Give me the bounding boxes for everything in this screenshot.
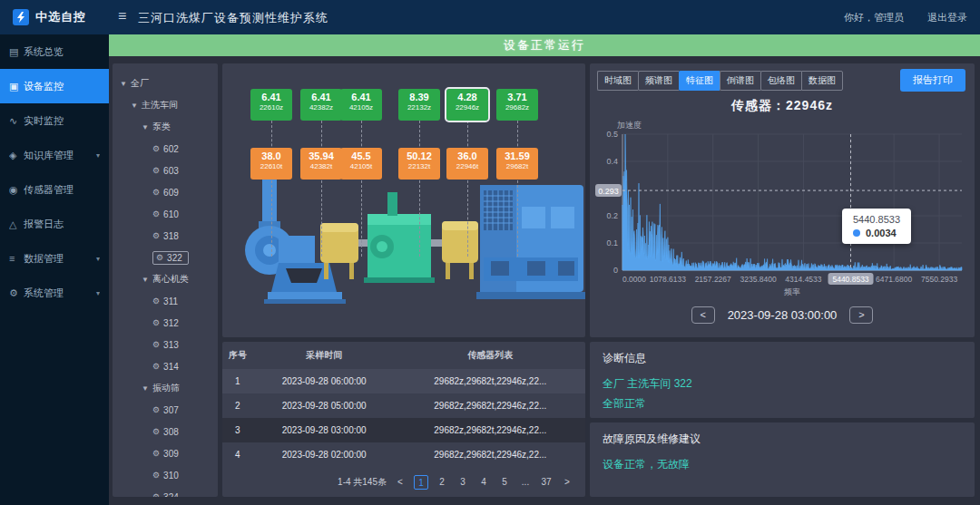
svg-text:0.4: 0.4 [606,157,618,166]
tree-leaf-313[interactable]: ⚙313 [116,334,214,355]
sensor-value: 6.41 [300,92,342,102]
chart-tab-数据图[interactable]: 数据图 [801,71,843,91]
page-button-2[interactable]: 2 [435,475,449,490]
sidebar-item-label: 设备监控 [24,80,100,93]
sensor-badge-29682t[interactable]: 31.59 29682t [496,148,538,180]
table-row[interactable]: 32023-09-28 03:00:0029682z,29682t,22946z… [222,418,585,442]
sensor-badge-22946t[interactable]: 36.0 22946t [446,148,488,180]
next-date-button[interactable]: > [849,306,873,324]
tree-node-离心机类[interactable]: ▼离心机类 [116,268,214,290]
page-button-37[interactable]: 37 [539,475,554,490]
table-cell: 29682z,29682t,22946z,22... [396,442,585,467]
sensor-badge-42105z[interactable]: 6.41 42105z [340,89,382,121]
caret-down-icon[interactable]: ▼ [131,102,138,110]
motor-unit [476,185,585,299]
sidebar-collapse-icon[interactable]: ≡ [118,8,126,24]
chart-tab-时域图[interactable]: 时域图 [597,71,638,91]
tree-leaf-322[interactable]: ⚙322 [116,247,214,268]
sensor-badge-22946z[interactable]: 4.28 22946z [446,89,488,121]
sidebar-item-3[interactable]: ◈ 知识库管理▾ [0,138,109,172]
chart-tab-包络图[interactable]: 包络图 [760,71,801,91]
sidebar-item-7[interactable]: ⚙ 系统管理▾ [0,276,109,310]
sidebar-item-label: 系统管理 [24,286,96,300]
sensor-code: 42105t [340,162,382,170]
page-button-4[interactable]: 4 [476,475,491,490]
sensor-badge-42105t[interactable]: 45.5 42105t [340,148,382,180]
tree-leaf-311[interactable]: ⚙311 [116,290,214,312]
prev-date-button[interactable]: < [691,306,715,324]
caret-down-icon[interactable]: ▼ [142,276,149,284]
logout-link[interactable]: 退出登录 [927,11,967,24]
table-row[interactable]: 42023-09-28 02:00:0029682z,29682t,22946z… [222,442,585,467]
spectrum-chart[interactable]: 00.10.20.40.50.2930.00001078.61332157.22… [595,127,969,301]
page-next-button[interactable]: > [560,475,574,490]
svg-text:频率: 频率 [784,287,800,296]
tree-node-主洗车间[interactable]: ▼主洗车间 [116,94,214,116]
sensor-badge-42382t[interactable]: 35.94 42382t [300,148,342,180]
sensor-value: 31.59 [496,151,538,161]
sensor-connector-line [321,121,322,257]
tree-node-全厂[interactable]: ▼全厂 [116,73,214,94]
tree-leaf-307[interactable]: ⚙307 [116,399,214,421]
tree-leaf-602[interactable]: ⚙602 [116,138,214,160]
gear-icon: ⚙ [152,209,160,219]
tree-label: 振动筛 [152,382,180,394]
gear-icon: ⚙ [152,144,160,153]
sensor-badge-22132t[interactable]: 50.12 22132t [398,148,440,180]
page-prev-button[interactable]: < [393,475,407,490]
tree-leaf-314[interactable]: ⚙314 [116,355,214,377]
sidebar-item-6[interactable]: ≡ 数据管理▾ [0,241,109,276]
sensor-connector-line [517,121,518,257]
sensor-badge-42382z[interactable]: 6.41 42382z [300,89,342,121]
tree-leaf-610[interactable]: ⚙610 [116,203,214,225]
sidebar-item-0[interactable]: ▤ 系统总览 [0,34,109,69]
tree-leaf-309[interactable]: ⚙309 [116,442,214,464]
page-button-3[interactable]: 3 [456,475,470,490]
sensor-badge-22132z[interactable]: 8.39 22132z [398,89,440,121]
tree-leaf-308[interactable]: ⚙308 [116,421,214,442]
caret-down-icon[interactable]: ▼ [120,80,127,88]
sensor-connector-line [419,121,420,257]
sensor-badge-22610z[interactable]: 6.41 22610z [250,89,292,121]
diagnosis-location[interactable]: 全厂 主洗车间 322 [603,374,962,393]
page-button-5[interactable]: 5 [497,475,512,490]
tree-leaf-324[interactable]: ⚙324 [116,486,214,497]
gear-icon: ⚙ [156,253,163,262]
tree-leaf-310[interactable]: ⚙310 [116,464,214,486]
sidebar-item-1[interactable]: ▣ 设备监控 [0,69,109,103]
caret-down-icon[interactable]: ▼ [142,123,149,131]
tree-label: 311 [163,296,178,306]
print-report-button[interactable]: 报告打印 [900,69,965,92]
sensor-value: 36.0 [446,151,488,161]
tree-node-泵类[interactable]: ▼泵类 [116,116,214,138]
tooltip-y-value: 0.0034 [866,228,897,238]
tree-leaf-609[interactable]: ⚙609 [116,181,214,203]
chart-tab-倒谱图[interactable]: 倒谱图 [720,71,760,91]
caret-down-icon[interactable]: ▼ [142,384,149,393]
tree-leaf-318[interactable]: ⚙318 [116,225,214,247]
page-button-1[interactable]: 1 [414,475,428,490]
tree-label: 602 [163,144,179,154]
tree-label: 308 [163,427,179,437]
chart-tab-频谱图[interactable]: 频谱图 [638,71,679,91]
page-ellipsis: ... [518,475,533,490]
table-cell: 29682z,29682t,22946z,22... [396,418,585,442]
chart-tooltip: 5440.8533 0.0034 [842,209,911,244]
tree-leaf-603[interactable]: ⚙603 [116,160,214,181]
tree-node-振动筛[interactable]: ▼振动筛 [116,377,214,399]
sidebar-item-5[interactable]: △ 报警日志 [0,207,109,241]
diagnosis-status[interactable]: 全部正常 [603,393,962,413]
sidebar-item-2[interactable]: ∿ 实时监控 [0,103,109,138]
chart-tab-特征图[interactable]: 特征图 [679,71,720,91]
tree-label: 322 [167,253,182,263]
tree-label: 主洗车间 [142,99,178,112]
tree-leaf-312[interactable]: ⚙312 [116,312,214,334]
gear-icon: ⚙ [152,427,160,436]
sidebar-item-4[interactable]: ◉ 传感器管理 [0,172,109,207]
app-title: 三河口洗煤厂设备预测性维护系统 [138,10,328,26]
sensor-badge-29682z[interactable]: 3.71 29682z [496,89,538,121]
table-row[interactable]: 22023-09-28 05:00:0029682z,29682t,22946z… [222,393,585,418]
realtime-icon: ∿ [9,115,24,127]
sensor-badge-22610t[interactable]: 38.0 22610t [250,148,292,180]
table-row[interactable]: 12023-09-28 06:00:0029682z,29682t,22946z… [222,369,585,393]
